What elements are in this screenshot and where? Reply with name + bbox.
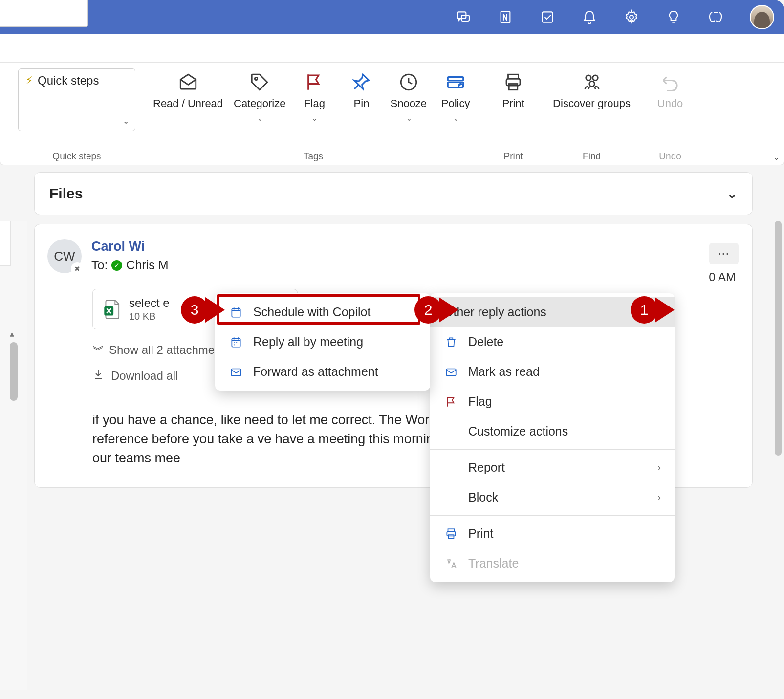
print-button[interactable]: Print [491, 68, 535, 112]
flag-icon [304, 70, 325, 94]
menu-delete[interactable]: Delete [430, 327, 675, 357]
svg-point-4 [630, 15, 633, 19]
flag-button[interactable]: Flag⌄ [292, 68, 336, 126]
submenu-schedule-copilot[interactable]: Schedule with Copilot [215, 297, 430, 327]
flag-icon [444, 395, 458, 408]
svg-rect-21 [232, 308, 240, 317]
title-bar [0, 0, 784, 34]
svg-rect-23 [231, 369, 241, 375]
trash-icon [444, 336, 458, 349]
envelope-icon [444, 366, 458, 378]
svg-point-5 [255, 77, 258, 80]
svg-point-14 [592, 75, 598, 81]
chat-icon[interactable] [456, 9, 471, 25]
submenu-forward-attachment[interactable]: Forward as attachment [215, 357, 430, 387]
recipient-name[interactable]: Chris M [126, 258, 168, 272]
calendar-sparkle-icon [229, 306, 243, 319]
presence-available-icon: ✓ [111, 260, 122, 271]
svg-rect-20 [449, 535, 454, 539]
policy-icon [445, 70, 466, 94]
more-actions-button[interactable]: ⋯ [709, 243, 739, 264]
to-line: To: ✓ Chris M [91, 258, 735, 272]
chevron-down-icon[interactable]: ⌄ [727, 186, 738, 201]
undo-icon [660, 70, 680, 94]
callout-1: 1 [631, 296, 675, 324]
printer-icon [444, 527, 458, 540]
read-unread-button[interactable]: Read / Unread [149, 68, 227, 126]
callout-2: 2 [414, 296, 458, 324]
message-list-edge [0, 221, 27, 690]
message-time: 0 AM [709, 270, 736, 284]
user-avatar[interactable] [750, 5, 774, 29]
undo-button: Undo [648, 68, 692, 112]
printer-icon [503, 70, 523, 94]
chevron-double-down-icon: ︾ [92, 342, 104, 358]
callout-3: 3 [181, 296, 225, 324]
attachment-size: 10 KB [129, 311, 170, 322]
tag-icon [249, 70, 270, 94]
translate-icon [444, 557, 458, 570]
svg-rect-7 [448, 77, 463, 81]
sender-name[interactable]: Carol Wi [91, 239, 735, 254]
svg-point-13 [586, 75, 591, 81]
bolt-icon: ⚡︎ [25, 74, 33, 87]
ribbon-group-find: Discover groups Find [542, 63, 641, 165]
message-list-scrollbar[interactable] [10, 342, 18, 401]
svg-rect-3 [542, 12, 552, 22]
envelope-open-icon [178, 70, 198, 94]
chevron-down-icon[interactable]: ⌄ [120, 114, 132, 128]
ribbon-collapse-chevron[interactable]: ⌄ [773, 153, 780, 162]
categorize-button[interactable]: Categorize⌄ [230, 68, 289, 126]
svg-rect-17 [446, 369, 456, 375]
todo-icon[interactable] [540, 9, 555, 25]
menu-flag[interactable]: Flag [430, 387, 675, 416]
pin-button[interactable]: Pin [339, 68, 383, 126]
files-title: Files [49, 185, 83, 202]
menu-block[interactable]: Block › [430, 482, 675, 512]
sender-avatar[interactable]: CW [47, 239, 82, 273]
menu-print[interactable]: Print [430, 519, 675, 548]
ribbon-group-quick-steps: ⚡︎Quick steps ⌄ Quick steps [11, 63, 142, 165]
scroll-up-icon[interactable]: ▴ [10, 328, 14, 339]
ribbon-tab-strip [0, 34, 784, 63]
bell-icon[interactable] [582, 9, 597, 25]
attachment-name: select e [129, 296, 170, 310]
pin-icon [351, 70, 371, 94]
scrollbar-thumb[interactable] [775, 221, 782, 456]
ribbon-group-print: Print Print [484, 63, 542, 165]
ribbon-group-tags: Read / Unread Categorize⌄ Flag⌄ Pin Snoo… [142, 63, 484, 165]
tips-icon[interactable] [666, 9, 681, 25]
quick-steps-gallery[interactable]: ⚡︎Quick steps ⌄ [18, 68, 135, 131]
menu-mark-read[interactable]: Mark as read [430, 357, 675, 387]
onenote-icon[interactable] [498, 9, 513, 25]
discover-groups-button[interactable]: Discover groups [549, 68, 634, 112]
files-header[interactable]: Files ⌄ [34, 172, 753, 215]
ribbon: ⚡︎Quick steps ⌄ Quick steps Read / Unrea… [0, 63, 784, 165]
copilot-icon[interactable] [708, 9, 723, 25]
policy-button[interactable]: Policy⌄ [434, 68, 478, 126]
reading-pane-scrollbar[interactable] [773, 221, 783, 690]
gear-icon[interactable] [624, 9, 639, 25]
people-icon [582, 70, 602, 94]
envelope-forward-icon [229, 366, 243, 378]
svg-rect-12 [509, 84, 518, 90]
title-search-fragment [0, 0, 88, 27]
ribbon-group-undo: Undo Undo [641, 63, 699, 165]
submenu-reply-meeting[interactable]: Reply all by meeting [215, 327, 430, 357]
other-reply-submenu: Schedule with Copilot Reply all by meeti… [215, 293, 430, 391]
menu-customize-actions[interactable]: Customize actions [430, 416, 675, 446]
download-icon [92, 369, 104, 383]
snooze-button[interactable]: Snooze⌄ [386, 68, 431, 126]
calendar-grid-icon [229, 336, 243, 349]
svg-point-15 [589, 81, 594, 87]
presence-offline-icon [71, 262, 84, 275]
clock-icon [398, 70, 419, 94]
menu-report[interactable]: Report › [430, 453, 675, 482]
excel-file-icon [103, 299, 121, 320]
more-actions-menu: Other reply actions › Delete Mark as rea… [430, 293, 675, 582]
menu-translate: Translate [430, 548, 675, 578]
